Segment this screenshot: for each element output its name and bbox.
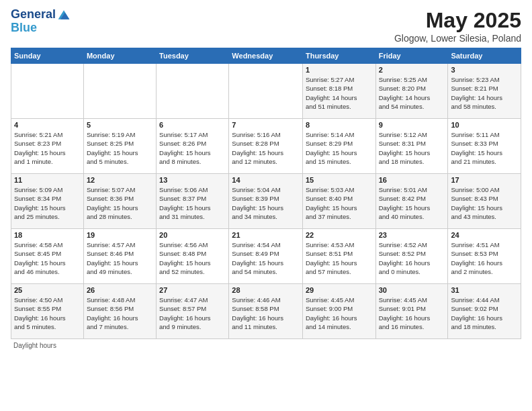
day-cell: 6Sunrise: 5:17 AMSunset: 8:26 PMDaylight…	[157, 119, 229, 174]
page: General Blue May 2025 Glogow, Lower Sile…	[0, 0, 532, 411]
col-header-tuesday: Tuesday	[157, 48, 229, 64]
day-cell: 22Sunrise: 4:53 AMSunset: 8:51 PMDayligh…	[302, 229, 375, 284]
day-cell	[157, 64, 229, 119]
header: General Blue May 2025 Glogow, Lower Sile…	[11, 8, 521, 44]
day-info: Sunrise: 5:00 AMSunset: 8:43 PMDaylight:…	[451, 185, 518, 221]
day-info: Sunrise: 5:07 AMSunset: 8:36 PMDaylight:…	[87, 185, 153, 221]
day-info: Sunrise: 5:06 AMSunset: 8:37 PMDaylight:…	[159, 185, 226, 221]
day-number: 23	[379, 231, 445, 239]
day-cell: 17Sunrise: 5:00 AMSunset: 8:43 PMDayligh…	[448, 174, 521, 229]
day-info: Sunrise: 5:19 AMSunset: 8:25 PMDaylight:…	[87, 130, 153, 166]
day-cell: 7Sunrise: 5:16 AMSunset: 8:28 PMDaylight…	[229, 119, 303, 174]
day-info: Sunrise: 5:21 AMSunset: 8:23 PMDaylight:…	[14, 130, 81, 166]
day-cell: 24Sunrise: 4:51 AMSunset: 8:53 PMDayligh…	[448, 229, 521, 284]
day-cell: 15Sunrise: 5:03 AMSunset: 8:40 PMDayligh…	[302, 174, 375, 229]
day-info: Sunrise: 4:47 AMSunset: 8:57 PMDaylight:…	[159, 295, 226, 331]
day-cell: 26Sunrise: 4:48 AMSunset: 8:56 PMDayligh…	[83, 284, 156, 339]
day-number: 21	[232, 231, 300, 239]
day-number: 26	[87, 286, 153, 294]
day-info: Sunrise: 4:50 AMSunset: 8:55 PMDaylight:…	[14, 295, 81, 331]
calendar-subtitle: Glogow, Lower Silesia, Poland	[394, 33, 521, 44]
week-row-5: 25Sunrise: 4:50 AMSunset: 8:55 PMDayligh…	[11, 284, 521, 339]
day-info: Sunrise: 5:27 AMSunset: 8:18 PMDaylight:…	[306, 75, 373, 111]
day-cell: 4Sunrise: 5:21 AMSunset: 8:23 PMDaylight…	[11, 119, 84, 174]
day-cell: 1Sunrise: 5:27 AMSunset: 8:18 PMDaylight…	[302, 64, 375, 119]
day-number: 24	[451, 231, 518, 239]
day-info: Sunrise: 4:46 AMSunset: 8:58 PMDaylight:…	[232, 295, 300, 331]
day-cell: 31Sunrise: 4:44 AMSunset: 9:02 PMDayligh…	[448, 284, 521, 339]
day-cell: 30Sunrise: 4:45 AMSunset: 9:01 PMDayligh…	[375, 284, 448, 339]
day-number: 4	[14, 121, 81, 129]
day-number: 3	[451, 66, 518, 74]
day-number: 8	[306, 121, 373, 129]
day-number: 5	[87, 121, 153, 129]
day-number: 2	[379, 66, 445, 74]
day-cell: 16Sunrise: 5:01 AMSunset: 8:42 PMDayligh…	[375, 174, 448, 229]
col-header-saturday: Saturday	[448, 48, 521, 64]
day-cell: 20Sunrise: 4:56 AMSunset: 8:48 PMDayligh…	[157, 229, 229, 284]
day-info: Sunrise: 4:57 AMSunset: 8:46 PMDaylight:…	[87, 240, 153, 276]
day-info: Sunrise: 4:58 AMSunset: 8:45 PMDaylight:…	[14, 240, 81, 276]
day-number: 25	[14, 286, 81, 294]
week-row-2: 4Sunrise: 5:21 AMSunset: 8:23 PMDaylight…	[11, 119, 521, 174]
day-cell: 21Sunrise: 4:54 AMSunset: 8:49 PMDayligh…	[229, 229, 303, 284]
day-number: 20	[159, 231, 226, 239]
day-cell: 9Sunrise: 5:12 AMSunset: 8:31 PMDaylight…	[375, 119, 448, 174]
day-number: 29	[306, 286, 373, 294]
day-number: 30	[379, 286, 445, 294]
day-info: Sunrise: 4:52 AMSunset: 8:52 PMDaylight:…	[379, 240, 445, 276]
day-number: 12	[87, 176, 153, 184]
day-info: Sunrise: 4:54 AMSunset: 8:49 PMDaylight:…	[232, 240, 300, 276]
col-header-monday: Monday	[83, 48, 156, 64]
day-info: Sunrise: 5:12 AMSunset: 8:31 PMDaylight:…	[379, 130, 445, 166]
day-number: 6	[159, 121, 226, 129]
day-cell	[83, 64, 156, 119]
day-info: Sunrise: 4:44 AMSunset: 9:02 PMDaylight:…	[451, 295, 518, 331]
day-info: Sunrise: 5:09 AMSunset: 8:34 PMDaylight:…	[14, 185, 81, 221]
day-number: 9	[379, 121, 445, 129]
day-number: 15	[306, 176, 373, 184]
day-cell	[11, 64, 84, 119]
logo-blue-text: Blue	[11, 21, 71, 35]
day-number: 19	[87, 231, 153, 239]
day-number: 22	[306, 231, 373, 239]
day-info: Sunrise: 4:45 AMSunset: 9:01 PMDaylight:…	[379, 295, 445, 331]
calendar-header-row: SundayMondayTuesdayWednesdayThursdayFrid…	[11, 48, 521, 64]
col-header-friday: Friday	[375, 48, 448, 64]
day-cell: 2Sunrise: 5:25 AMSunset: 8:20 PMDaylight…	[375, 64, 448, 119]
day-info: Sunrise: 5:17 AMSunset: 8:26 PMDaylight:…	[159, 130, 226, 166]
day-info: Sunrise: 5:11 AMSunset: 8:33 PMDaylight:…	[451, 130, 518, 166]
logo-icon	[57, 8, 71, 21]
day-info: Sunrise: 5:23 AMSunset: 8:21 PMDaylight:…	[451, 75, 518, 111]
day-number: 11	[14, 176, 81, 184]
day-info: Sunrise: 4:45 AMSunset: 9:00 PMDaylight:…	[306, 295, 373, 331]
day-cell: 14Sunrise: 5:04 AMSunset: 8:39 PMDayligh…	[229, 174, 303, 229]
day-cell: 8Sunrise: 5:14 AMSunset: 8:29 PMDaylight…	[302, 119, 375, 174]
day-info: Sunrise: 4:48 AMSunset: 8:56 PMDaylight:…	[87, 295, 153, 331]
logo: General Blue	[11, 8, 71, 35]
week-row-4: 18Sunrise: 4:58 AMSunset: 8:45 PMDayligh…	[11, 229, 521, 284]
day-number: 14	[232, 176, 300, 184]
day-cell: 29Sunrise: 4:45 AMSunset: 9:00 PMDayligh…	[302, 284, 375, 339]
day-number: 31	[451, 286, 518, 294]
calendar-table: SundayMondayTuesdayWednesdayThursdayFrid…	[11, 48, 521, 339]
day-number: 10	[451, 121, 518, 129]
day-cell	[229, 64, 303, 119]
day-info: Sunrise: 4:56 AMSunset: 8:48 PMDaylight:…	[159, 240, 226, 276]
day-info: Sunrise: 5:01 AMSunset: 8:42 PMDaylight:…	[379, 185, 445, 221]
day-cell: 18Sunrise: 4:58 AMSunset: 8:45 PMDayligh…	[11, 229, 84, 284]
day-info: Sunrise: 5:25 AMSunset: 8:20 PMDaylight:…	[379, 75, 445, 111]
calendar-title: May 2025	[394, 8, 521, 33]
col-header-sunday: Sunday	[11, 48, 84, 64]
day-info: Sunrise: 5:14 AMSunset: 8:29 PMDaylight:…	[306, 130, 373, 166]
day-cell: 27Sunrise: 4:47 AMSunset: 8:57 PMDayligh…	[157, 284, 229, 339]
col-header-thursday: Thursday	[302, 48, 375, 64]
day-number: 28	[232, 286, 300, 294]
day-number: 13	[159, 176, 226, 184]
day-info: Sunrise: 5:16 AMSunset: 8:28 PMDaylight:…	[232, 130, 300, 166]
day-number: 18	[14, 231, 81, 239]
day-cell: 12Sunrise: 5:07 AMSunset: 8:36 PMDayligh…	[83, 174, 156, 229]
day-cell: 5Sunrise: 5:19 AMSunset: 8:25 PMDaylight…	[83, 119, 156, 174]
day-info: Sunrise: 5:03 AMSunset: 8:40 PMDaylight:…	[306, 185, 373, 221]
footer-daylight: Daylight hours	[11, 342, 521, 349]
